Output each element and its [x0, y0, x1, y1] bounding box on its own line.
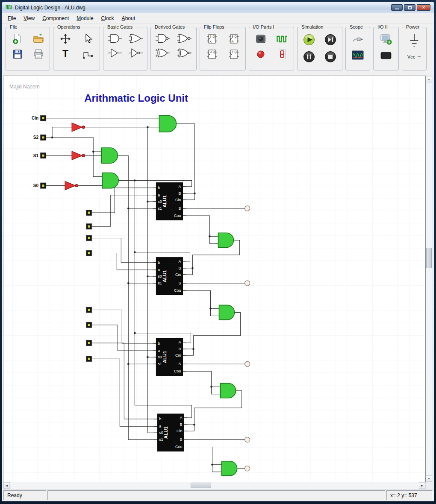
nand-gate-icon	[156, 33, 170, 44]
play-button[interactable]	[302, 33, 316, 47]
alu-chip[interactable]: bas0s1ABCinSCouALU1	[153, 183, 186, 220]
maximize-button[interactable]	[404, 4, 415, 11]
d-flipflop-icon: DQ	[206, 49, 218, 60]
step-button[interactable]	[324, 33, 337, 47]
buffer-gate-button[interactable]	[107, 47, 122, 59]
menu-item-clock[interactable]: Clock	[97, 14, 118, 23]
sr-flipflop-button[interactable]: SRQ	[228, 33, 240, 45]
move-button[interactable]	[59, 33, 71, 45]
horizontal-scrollbar[interactable]: ◀ ▶	[3, 482, 426, 489]
vcc-label-button[interactable]: Vcc	[406, 53, 422, 61]
maximize-icon	[408, 6, 412, 9]
not-gate-button[interactable]	[128, 47, 143, 59]
display-button[interactable]	[380, 49, 392, 62]
and-gate[interactable]	[222, 461, 237, 476]
seven-segment-button[interactable]	[276, 48, 288, 60]
xnor-gate-icon	[177, 48, 191, 58]
horizontal-scroll-thumb[interactable]	[191, 483, 211, 488]
wire-button[interactable]	[82, 48, 94, 60]
minimize-button[interactable]	[391, 4, 403, 11]
probe-button[interactable]	[352, 33, 364, 45]
xnor-gate-button[interactable]	[177, 47, 192, 59]
oscilloscope-button[interactable]	[351, 48, 365, 62]
scroll-left-button[interactable]: ◀	[3, 482, 10, 489]
save-button[interactable]	[12, 48, 24, 60]
push-button-button[interactable]	[255, 33, 267, 45]
input-pin[interactable]	[86, 340, 92, 346]
and-gate[interactable]	[101, 148, 118, 163]
and-gate-button[interactable]	[107, 33, 122, 44]
and-gate[interactable]	[102, 173, 118, 188]
output-terminal[interactable]	[245, 361, 250, 366]
open-folder-button[interactable]	[32, 33, 44, 45]
and-gate[interactable]	[159, 116, 176, 132]
step-icon	[324, 33, 337, 46]
jk-flipflop-button[interactable]: JKQ	[206, 33, 218, 45]
input-pin[interactable]	[86, 210, 92, 215]
vertical-scroll-thumb[interactable]	[426, 248, 432, 268]
junction-dot	[147, 356, 149, 358]
tool-group-label: Simulation	[300, 24, 324, 29]
input-pin[interactable]	[86, 307, 92, 313]
tool-group-file: File	[6, 27, 50, 70]
alu-chip[interactable]: bas0s1ABCinSCouALU1	[153, 338, 186, 376]
output-terminal[interactable]	[245, 466, 250, 471]
window-title: Digital Logic Design - ALU.dwg	[15, 5, 85, 11]
xor-gate-button[interactable]	[155, 47, 170, 59]
schematic-canvas[interactable]: Majid NaeemArithmatic Logic Unitbas0s1AB…	[3, 76, 426, 482]
not-gate-bubble	[82, 126, 85, 129]
vertical-scrollbar[interactable]: ▲ ▼	[426, 76, 433, 482]
input-pin[interactable]	[86, 224, 92, 229]
cursor-button[interactable]	[82, 33, 94, 45]
tool-group-label: Operations	[56, 24, 82, 29]
input-pin[interactable]	[86, 322, 92, 328]
svg-text:B: B	[178, 191, 181, 196]
or-gate-button[interactable]	[128, 33, 143, 44]
ground-button[interactable]	[407, 33, 421, 49]
menu-item-component[interactable]: Component	[38, 14, 73, 23]
print-icon	[33, 49, 44, 60]
and-gate[interactable]	[221, 384, 236, 398]
scroll-up-button[interactable]: ▲	[426, 76, 432, 82]
input-pin[interactable]	[86, 356, 92, 362]
svg-text:s1: s1	[158, 362, 162, 366]
schematic-title: Arithmatic Logic Unit	[84, 92, 188, 104]
d-flipflop-button[interactable]: DQ	[206, 48, 218, 60]
alu-chip[interactable]: bas0s1ABCinSCouALU1	[154, 414, 187, 451]
menu-item-about[interactable]: About	[118, 14, 139, 23]
new-document-button[interactable]	[12, 33, 24, 45]
nand-gate-button[interactable]	[155, 33, 170, 44]
nor-gate-button[interactable]	[177, 33, 192, 44]
and-gate-icon	[108, 33, 122, 44]
menu-item-module[interactable]: Module	[73, 14, 97, 23]
cursor-coordinates: x= 2 y= 537	[386, 490, 433, 500]
scroll-right-button[interactable]: ▶	[419, 482, 425, 489]
clock-signal-button[interactable]	[276, 33, 288, 45]
input-pin[interactable]	[86, 250, 92, 256]
output-terminal[interactable]	[245, 281, 250, 286]
move-icon	[60, 33, 71, 44]
output-terminal[interactable]	[245, 206, 250, 211]
buffer-gate-icon	[108, 48, 122, 58]
text-button[interactable]: T	[59, 48, 71, 60]
and-gate[interactable]	[219, 305, 235, 319]
svg-text:b: b	[158, 186, 160, 190]
monitor-add-button[interactable]	[380, 33, 392, 46]
stop-button[interactable]	[324, 50, 337, 64]
tool-group-power: PowerVcc	[402, 27, 427, 70]
t-flipflop-button[interactable]: TQ	[228, 48, 240, 60]
input-pin[interactable]	[86, 235, 92, 241]
menu-item-file[interactable]: File	[4, 14, 20, 23]
scroll-down-button[interactable]: ▼	[426, 475, 432, 482]
print-button[interactable]	[32, 48, 44, 60]
junction-dot	[134, 251, 136, 253]
menu-item-view[interactable]: View	[20, 14, 38, 23]
and-gate[interactable]	[218, 233, 234, 247]
title-bar: Digital Logic Design - ALU.dwg ×	[2, 2, 434, 13]
led-button[interactable]	[255, 48, 267, 60]
pause-button[interactable]	[302, 50, 316, 64]
output-terminal[interactable]	[245, 437, 250, 442]
close-button[interactable]: ×	[417, 4, 430, 11]
junction-dot	[209, 308, 212, 310]
alu-chip[interactable]: bas0s1ABCinSCouALU1	[153, 258, 186, 295]
